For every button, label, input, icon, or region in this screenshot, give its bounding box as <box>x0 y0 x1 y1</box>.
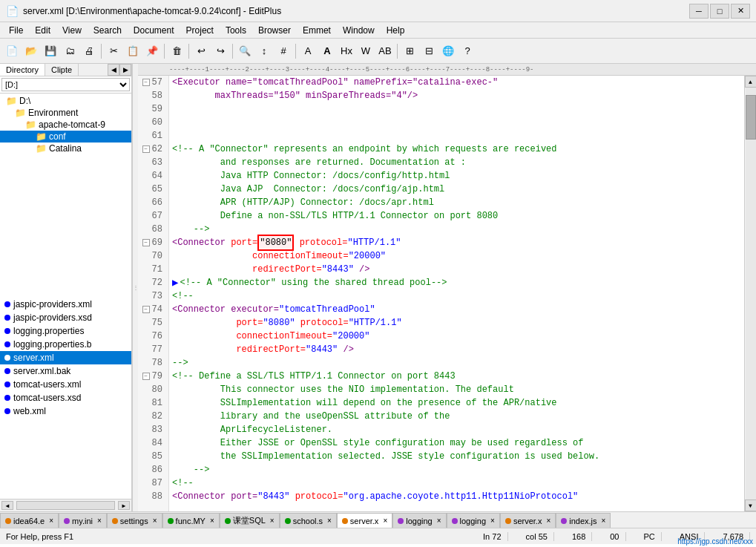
tab-close-icon[interactable]: × <box>546 517 550 525</box>
sidebar-horizontal-scrollbar[interactable] <box>16 501 115 510</box>
tree-item-d[interactable]: 📁 D:\ <box>0 95 131 107</box>
help-button[interactable]: ? <box>458 42 476 60</box>
scroll-thumb[interactable] <box>746 95 756 140</box>
menu-item-help[interactable]: Help <box>381 22 411 39</box>
browser-button[interactable]: 🌐 <box>439 42 457 60</box>
bottom-tab[interactable]: logging× <box>447 513 500 528</box>
file-item[interactable]: logging.properties <box>0 324 131 338</box>
save-button[interactable]: 💾 <box>42 42 59 60</box>
menu-item-tools[interactable]: Tools <box>220 22 252 39</box>
bottom-tab[interactable]: school.s× <box>280 513 337 528</box>
bold-button[interactable]: A <box>318 42 336 60</box>
print-button[interactable]: 🖨 <box>80 42 98 60</box>
wordcount-button[interactable]: AB <box>376 42 394 60</box>
new-button[interactable]: 📄 <box>3 42 21 60</box>
save-all-button[interactable]: 🗂 <box>61 42 79 60</box>
indent-button[interactable]: ⊞ <box>401 42 418 60</box>
code-line: --> <box>169 356 744 370</box>
menu-item-project[interactable]: Project <box>180 22 220 39</box>
sidebar-resize-handle[interactable]: ⋮ <box>132 64 138 511</box>
delete-button[interactable]: 🗑 <box>168 42 185 60</box>
close-button[interactable]: ✕ <box>731 4 750 19</box>
menu-item-window[interactable]: Window <box>337 22 381 39</box>
scroll-left-arrow[interactable]: ◀ <box>1 501 13 510</box>
tab-close-icon[interactable]: × <box>210 517 214 525</box>
code-line: <Executor name="tomcatThreadPool" namePr… <box>169 76 744 89</box>
sidebar-tab-clipte[interactable]: Clipte <box>45 64 79 76</box>
bottom-tab[interactable]: 课堂SQL× <box>220 513 280 528</box>
undo-button[interactable]: ↩ <box>192 42 210 60</box>
font-button[interactable]: A <box>299 42 317 60</box>
file-item[interactable]: jaspic-providers.xsd <box>0 311 131 324</box>
line-number: −62 <box>138 143 165 156</box>
directory-dropdown[interactable]: [D:] <box>1 78 130 91</box>
vertical-scrollbar[interactable]: ▲ ▼ <box>744 76 756 511</box>
file-item[interactable]: tomcat-users.xsd <box>0 391 131 404</box>
collapse-button[interactable]: − <box>142 79 150 86</box>
sidebar-tab-directory[interactable]: Directory <box>0 64 45 76</box>
code-area[interactable]: <Executor name="tomcatThreadPool" namePr… <box>169 76 744 511</box>
bottom-tab[interactable]: logging× <box>392 513 446 528</box>
collapse-button[interactable]: − <box>142 306 150 313</box>
bottom-tab[interactable]: server.x× <box>500 513 556 528</box>
hex-button[interactable]: Hx <box>338 42 355 60</box>
scroll-track[interactable] <box>746 88 756 499</box>
file-item[interactable]: web.xml <box>0 404 131 418</box>
bottom-tab[interactable]: server.x× <box>337 513 392 528</box>
tab-close-icon[interactable]: × <box>49 517 53 525</box>
file-item[interactable]: tomcat-users.xml <box>0 378 131 391</box>
search-button[interactable]: 🔍 <box>236 42 254 60</box>
sidebar-collapse-left[interactable]: ◀ <box>108 64 119 76</box>
minimize-button[interactable]: ─ <box>689 4 709 19</box>
tree-item-environment[interactable]: 📁 Environment <box>0 107 131 119</box>
menu-item-emmet[interactable]: Emmet <box>297 22 337 39</box>
tree-item-conf[interactable]: 📁 conf <box>0 131 131 143</box>
menu-item-edit[interactable]: Edit <box>29 22 56 39</box>
goto-button[interactable]: # <box>275 42 292 60</box>
menu-item-search[interactable]: Search <box>88 22 128 39</box>
tree-item-catalina[interactable]: 📁 Catalina <box>0 143 131 154</box>
bottom-tab[interactable]: func.MY× <box>162 513 220 528</box>
collapse-button[interactable]: − <box>142 145 150 153</box>
outdent-button[interactable]: ⊟ <box>420 42 438 60</box>
collapse-button[interactable]: − <box>142 239 150 246</box>
code-line: redirectPort="8443" /> <box>169 263 744 276</box>
menu-item-view[interactable]: View <box>56 22 88 39</box>
redo-button[interactable]: ↪ <box>211 42 229 60</box>
scroll-down-button[interactable]: ▼ <box>745 499 757 511</box>
copy-button[interactable]: 📋 <box>124 42 142 60</box>
file-item[interactable]: server.xml.bak <box>0 364 131 378</box>
file-item[interactable]: server.xml <box>0 351 131 364</box>
menu-item-file[interactable]: File <box>3 22 29 39</box>
collapse-button[interactable]: − <box>142 373 150 380</box>
bottom-tab[interactable]: settings× <box>107 513 162 528</box>
menu-item-document[interactable]: Document <box>128 22 180 39</box>
paste-button[interactable]: 📌 <box>143 42 161 60</box>
maximize-button[interactable]: □ <box>710 4 729 19</box>
file-item[interactable]: jaspic-providers.xml <box>0 298 131 311</box>
tab-close-icon[interactable]: × <box>97 517 102 525</box>
line-number: 82 <box>138 410 165 423</box>
tab-close-icon[interactable]: × <box>437 517 441 525</box>
tab-close-icon[interactable]: × <box>602 517 606 525</box>
tab-close-icon[interactable]: × <box>490 517 495 525</box>
word-wrap-button[interactable]: W <box>357 42 375 60</box>
bottom-tab[interactable]: index.js× <box>556 513 611 528</box>
bottom-tab[interactable]: idea64.e× <box>0 513 59 528</box>
replace-button[interactable]: ↕ <box>255 42 273 60</box>
open-button[interactable]: 📂 <box>22 42 40 60</box>
scroll-up-button[interactable]: ▲ <box>745 76 757 88</box>
tab-close-icon[interactable]: × <box>383 517 387 525</box>
tab-close-icon[interactable]: × <box>270 517 275 525</box>
cut-button[interactable]: ✂ <box>105 42 122 60</box>
tab-close-icon[interactable]: × <box>153 517 157 525</box>
bottom-tab[interactable]: my.ini× <box>59 513 107 528</box>
sidebar-collapse-right[interactable]: ▶ <box>119 64 131 76</box>
file-item[interactable]: logging.properties.b <box>0 338 131 351</box>
tree-item-tomcat[interactable]: 📁 apache-tomcat-9 <box>0 119 131 131</box>
menu-item-browser[interactable]: Browser <box>252 22 297 39</box>
scroll-right-arrow[interactable]: ▶ <box>118 501 130 510</box>
tab-close-icon[interactable]: × <box>327 517 332 525</box>
tab-dot-icon <box>561 518 567 524</box>
line-number: 88 <box>138 490 165 503</box>
